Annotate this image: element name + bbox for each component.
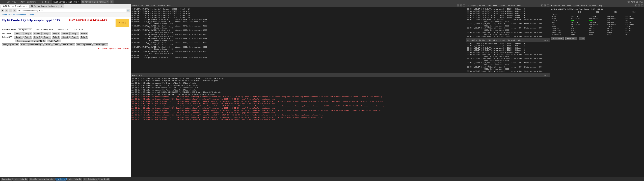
relay-on-6[interactable]: Relay 6 xyxy=(61,32,70,35)
ada06r1-close[interactable]: ✕ xyxy=(547,4,549,7)
terminal-menu-view[interactable]: View xyxy=(150,4,156,7)
relay-off-4[interactable]: Relay 4 xyxy=(42,36,51,38)
group-mode-btn[interactable]: Group Mode xyxy=(551,37,564,40)
terminal-close[interactable]: ✕ xyxy=(463,4,465,7)
os-tab-rly16-close[interactable]: ✕ xyxy=(78,1,79,3)
ada06r2-maximize[interactable]: □ xyxy=(544,39,546,42)
enable-logging-btn[interactable]: Enable Logging xyxy=(93,44,108,46)
hv-close[interactable]: ✕ xyxy=(641,4,643,7)
hv-menu-view[interactable]: View xyxy=(566,4,572,7)
ada06r2-menu-file[interactable]: File xyxy=(482,39,486,42)
relay-on-2[interactable]: Relay 2 xyxy=(24,32,32,35)
bookmark-forums[interactable]: Forums xyxy=(28,14,34,16)
menu-history[interactable]: History xyxy=(18,1,26,3)
send-log-btn[interactable]: Send Log Window to ELog xyxy=(20,44,42,46)
ada06r1-maximize[interactable]: □ xyxy=(544,4,546,7)
syslog-minimize[interactable]: ─ xyxy=(541,74,543,76)
empty-log-btn[interactable]: Empty Log Window xyxy=(2,44,19,46)
terminal-menu-terminal[interactable]: Terminal xyxy=(157,4,165,7)
ada06r2-menu-search[interactable]: Search xyxy=(499,39,506,42)
menu-bookmarks[interactable]: Bookmarks xyxy=(26,1,38,3)
menu-help[interactable]: Help xyxy=(44,1,50,3)
menu-file[interactable]: File xyxy=(1,1,6,3)
os-tab-rly16[interactable]: Rly16 Service @ raspberrypi ✕ xyxy=(52,0,81,4)
menu-view[interactable]: View xyxy=(12,1,18,3)
reset-alarm-btn[interactable]: Reset Alarm xyxy=(565,37,578,40)
browser-tab-pi[interactable]: Pi_Monitor Console Monito... ✕ xyxy=(29,4,58,8)
browser-tab-rly16-close[interactable]: ✕ xyxy=(26,5,27,7)
ada06r1-menu-help[interactable]: Help xyxy=(516,4,522,7)
hv-maximize[interactable]: □ xyxy=(638,4,640,7)
relay-on-3[interactable]: Relay 3 xyxy=(33,32,42,35)
home-button[interactable]: ⌂ xyxy=(13,9,16,12)
ada06r1-menu-terminal[interactable]: Terminal xyxy=(507,4,515,7)
ada06r1-menu-view[interactable]: View xyxy=(492,4,498,7)
address-bar[interactable] xyxy=(17,9,126,12)
menu-edit[interactable]: Edit xyxy=(6,1,11,3)
taskbar-item[interactable]: NIM Crate Status xyxy=(83,178,98,180)
relay-on-7[interactable]: Relay 7 xyxy=(70,32,79,35)
port-select[interactable]: /dev/ttyUSB2 xyxy=(18,28,32,31)
os-tab-pi[interactable]: Pi_Monitor Console Monito... ✕ xyxy=(81,0,109,4)
ada06r2-menu-view[interactable]: View xyxy=(492,39,498,42)
relay-off-8[interactable]: Relay 8 xyxy=(80,36,88,38)
ada06r1-menu-edit[interactable]: Edit xyxy=(487,4,492,7)
browser-tab-rly16[interactable]: Rly16 Service @ raspberr... ✕ xyxy=(1,4,29,8)
syslog-close[interactable]: ✕ xyxy=(547,74,549,76)
terminal-menu-help[interactable]: Help xyxy=(166,4,172,7)
taskbar-item[interactable]: [AnyDesk] xyxy=(99,178,110,180)
reload-btn[interactable]: Reload xyxy=(44,44,52,46)
forward-button[interactable]: ▶ xyxy=(5,9,8,12)
ada06r2-minimize[interactable]: ─ xyxy=(541,39,543,42)
taskbar-item[interactable]: HV Control xyxy=(56,178,66,180)
hv-menu-terminal[interactable]: Terminal xyxy=(588,4,597,7)
menu-tools[interactable]: Tools xyxy=(38,1,44,3)
ada06r2-menu-help[interactable]: Help xyxy=(516,39,522,42)
relay-on-5[interactable]: Relay 5 xyxy=(52,32,60,35)
ada06r2-close[interactable]: ✕ xyxy=(547,39,549,42)
quit-btn[interactable]: Quit xyxy=(579,37,585,40)
os-tab-new[interactable]: + xyxy=(110,0,114,4)
terminal-menu-file[interactable]: File xyxy=(140,4,144,7)
taskbar-item[interactable]: System Log xyxy=(1,178,12,180)
taskbar-item[interactable]: ada01 (Relay 1) xyxy=(67,178,82,180)
syslog-maximize[interactable]: □ xyxy=(544,74,546,76)
reset-btn[interactable]: Reset xyxy=(52,44,60,46)
hv-menu-help[interactable]: Help xyxy=(598,4,603,7)
taskbar-item[interactable]: ada06 (Relay 2) xyxy=(13,178,28,180)
hv-menu-file[interactable]: File xyxy=(561,4,566,7)
hv-menu-speed[interactable]: Speed xyxy=(573,4,579,7)
taskbar-item[interactable]: Rly16 Service @ raspberrypi... xyxy=(29,178,55,180)
switch-all-on-btn[interactable]: Switch ALL On xyxy=(32,40,46,42)
back-button[interactable]: ◀ xyxy=(1,9,4,12)
relay-off-3[interactable]: Relay 3 xyxy=(33,36,42,38)
refresh-button[interactable]: ↻ xyxy=(9,9,12,12)
sequence-all-on-btn[interactable]: Sequence ALL On xyxy=(15,40,32,42)
bookmark-wiki[interactable]: Wiki xyxy=(8,14,12,16)
relay-on-8[interactable]: Relay 8 xyxy=(80,32,88,35)
ada06r2-menu-terminal[interactable]: Terminal xyxy=(507,39,515,42)
ada06r2-menu-edit[interactable]: Edit xyxy=(487,39,492,42)
ada06r1-minimize[interactable]: ─ xyxy=(541,4,543,7)
hv-menu-search[interactable]: Search xyxy=(580,4,588,7)
switch-all-off-btn[interactable]: Switch ALL Off xyxy=(47,40,61,42)
show-variables-btn[interactable]: Show Variables xyxy=(60,44,75,46)
relay-on-4[interactable]: Relay 4 xyxy=(42,32,51,35)
show-log-btn[interactable]: Show Log Window xyxy=(76,44,92,46)
ada06r1-menu-file[interactable]: File xyxy=(482,4,486,7)
relay-off-5[interactable]: Relay 5 xyxy=(52,36,60,38)
os-tab-pi-close[interactable]: ✕ xyxy=(106,1,108,3)
bookmark-docs[interactable]: Documentation xyxy=(13,14,26,16)
relay-off-6[interactable]: Relay 6 xyxy=(61,36,70,38)
browser-tab-pi-close[interactable]: ✕ xyxy=(56,5,57,7)
relay-off-1[interactable]: Relay 1 xyxy=(14,36,23,38)
terminal-menu-edit[interactable]: Edit xyxy=(145,4,150,7)
bookmark-gentoo[interactable]: Gentoo xyxy=(1,14,7,16)
relay-off-7[interactable]: Relay 7 xyxy=(70,36,79,38)
ada06r1-menu-search[interactable]: Search xyxy=(499,4,506,7)
browser-tab-new[interactable]: + xyxy=(59,4,64,8)
hv-minimize[interactable]: ─ xyxy=(634,4,637,7)
relay-on-1[interactable]: Relay 1 xyxy=(14,32,23,35)
search-button[interactable]: 🔍 xyxy=(126,9,130,12)
terminal-maximize[interactable]: □ xyxy=(460,4,462,7)
